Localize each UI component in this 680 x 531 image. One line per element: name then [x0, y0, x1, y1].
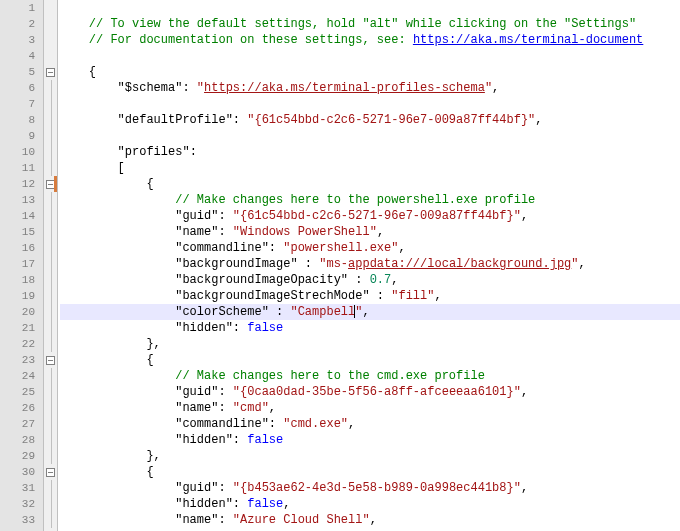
line-number: 29	[0, 448, 43, 464]
line-number: 12	[0, 176, 43, 192]
code-line-23[interactable]: {	[60, 352, 680, 368]
code-line-33[interactable]: "name": "Azure Cloud Shell",	[60, 512, 680, 528]
fold-cell	[44, 304, 57, 320]
line-number: 14	[0, 208, 43, 224]
fold-cell	[44, 432, 57, 448]
code-line-15[interactable]: "name": "Windows PowerShell",	[60, 224, 680, 240]
code-line-9[interactable]	[60, 128, 680, 144]
line-number: 18	[0, 272, 43, 288]
line-number: 30	[0, 464, 43, 480]
line-number: 23	[0, 352, 43, 368]
code-line-6[interactable]: "$schema": "https://aka.ms/terminal-prof…	[60, 80, 680, 96]
code-line-5[interactable]: {	[60, 64, 680, 80]
code-line-1[interactable]	[60, 0, 680, 16]
code-line-28[interactable]: "hidden": false	[60, 432, 680, 448]
fold-cell	[44, 128, 57, 144]
code-line-2[interactable]: // To view the default settings, hold "a…	[60, 16, 680, 32]
fold-cell	[44, 32, 57, 48]
code-line-8[interactable]: "defaultProfile": "{61c54bbd-c2c6-5271-9…	[60, 112, 680, 128]
line-number: 26	[0, 400, 43, 416]
fold-cell	[44, 112, 57, 128]
fold-cell	[44, 448, 57, 464]
fold-cell[interactable]	[44, 464, 57, 480]
code-line-12[interactable]: {	[60, 176, 680, 192]
line-number: 8	[0, 112, 43, 128]
line-number: 17	[0, 256, 43, 272]
fold-toggle-icon[interactable]	[46, 68, 55, 77]
line-number: 33	[0, 512, 43, 528]
fold-cell	[44, 480, 57, 496]
code-line-16[interactable]: "commandline": "powershell.exe",	[60, 240, 680, 256]
fold-cell	[44, 16, 57, 32]
line-number: 27	[0, 416, 43, 432]
code-line-30[interactable]: {	[60, 464, 680, 480]
fold-cell	[44, 240, 57, 256]
code-line-24[interactable]: // Make changes here to the cmd.exe prof…	[60, 368, 680, 384]
line-number: 20	[0, 304, 43, 320]
code-line-27[interactable]: "commandline": "cmd.exe",	[60, 416, 680, 432]
line-number: 9	[0, 128, 43, 144]
fold-cell	[44, 416, 57, 432]
fold-cell	[44, 144, 57, 160]
code-line-17[interactable]: "backgroundImage" : "ms-appdata:///local…	[60, 256, 680, 272]
code-line-11[interactable]: [	[60, 160, 680, 176]
code-area[interactable]: // To view the default settings, hold "a…	[58, 0, 680, 531]
code-line-18[interactable]: "backgroundImageOpacity" : 0.7,	[60, 272, 680, 288]
fold-cell	[44, 496, 57, 512]
code-line-21[interactable]: "hidden": false	[60, 320, 680, 336]
line-number: 16	[0, 240, 43, 256]
line-number: 24	[0, 368, 43, 384]
code-line-31[interactable]: "guid": "{b453ae62-4e3d-5e58-b989-0a998e…	[60, 480, 680, 496]
fold-cell[interactable]	[44, 176, 57, 192]
fold-toggle-icon[interactable]	[46, 356, 55, 365]
line-number: 11	[0, 160, 43, 176]
fold-cell	[44, 224, 57, 240]
code-line-25[interactable]: "guid": "{0caa0dad-35be-5f56-a8ff-afceee…	[60, 384, 680, 400]
line-number: 13	[0, 192, 43, 208]
line-number: 32	[0, 496, 43, 512]
fold-cell	[44, 192, 57, 208]
fold-cell	[44, 512, 57, 528]
change-marker	[54, 176, 57, 192]
hyperlink[interactable]: https://aka.ms/terminal-profiles-schema	[204, 81, 485, 95]
line-number: 2	[0, 16, 43, 32]
fold-column	[44, 0, 58, 531]
fold-cell	[44, 272, 57, 288]
line-number: 6	[0, 80, 43, 96]
line-number: 7	[0, 96, 43, 112]
code-line-13[interactable]: // Make changes here to the powershell.e…	[60, 192, 680, 208]
code-line-3[interactable]: // For documentation on these settings, …	[60, 32, 680, 48]
line-number: 3	[0, 32, 43, 48]
hyperlink[interactable]: appdata:///local/background.jpg	[348, 257, 571, 271]
line-number: 22	[0, 336, 43, 352]
line-number: 15	[0, 224, 43, 240]
fold-cell[interactable]	[44, 64, 57, 80]
fold-cell	[44, 48, 57, 64]
code-line-4[interactable]	[60, 48, 680, 64]
line-number: 28	[0, 432, 43, 448]
hyperlink[interactable]: https://aka.ms/terminal-document	[413, 33, 643, 47]
code-line-26[interactable]: "name": "cmd",	[60, 400, 680, 416]
line-number: 5	[0, 64, 43, 80]
fold-cell	[44, 320, 57, 336]
code-line-19[interactable]: "backgroundImageStrechMode" : "fill",	[60, 288, 680, 304]
code-line-14[interactable]: "guid": "{61c54bbd-c2c6-5271-96e7-009a87…	[60, 208, 680, 224]
code-line-22[interactable]: },	[60, 336, 680, 352]
code-line-10[interactable]: "profiles":	[60, 144, 680, 160]
line-number: 1	[0, 0, 43, 16]
code-line-7[interactable]	[60, 96, 680, 112]
fold-cell	[44, 368, 57, 384]
line-number-gutter: 1234567891011121314151617181920212223242…	[0, 0, 44, 531]
fold-cell	[44, 208, 57, 224]
fold-cell	[44, 256, 57, 272]
line-number: 19	[0, 288, 43, 304]
fold-cell	[44, 0, 57, 16]
code-line-20[interactable]: "colorScheme" : "Campbell",	[60, 304, 680, 320]
code-line-32[interactable]: "hidden": false,	[60, 496, 680, 512]
fold-toggle-icon[interactable]	[46, 468, 55, 477]
code-line-29[interactable]: },	[60, 448, 680, 464]
fold-cell[interactable]	[44, 352, 57, 368]
fold-cell	[44, 384, 57, 400]
line-number: 4	[0, 48, 43, 64]
fold-cell	[44, 80, 57, 96]
